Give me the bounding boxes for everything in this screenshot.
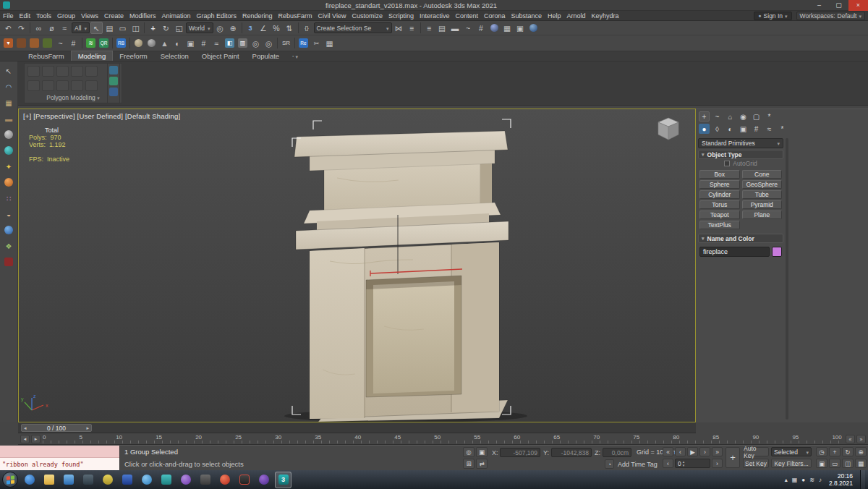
menu-views[interactable]: Views (78, 11, 101, 21)
create-tab-icon[interactable]: + (699, 111, 710, 122)
systems-category-icon[interactable]: * (777, 124, 788, 134)
caret-left-icon[interactable]: ◂ (24, 425, 27, 431)
ribbon-mini-icon[interactable] (109, 88, 118, 96)
add-time-tag[interactable]: Add Time Tag (618, 461, 658, 468)
navigation-cross-button[interactable]: + (726, 447, 740, 468)
menu-tools[interactable]: Tools (33, 11, 54, 21)
menu-rendering[interactable]: Rendering (239, 11, 276, 21)
ribbon-tab-rebusfarm[interactable]: RebusFarm (22, 51, 71, 61)
x-coordinate-field[interactable]: -507,109 (500, 448, 540, 457)
box-button[interactable]: Box (699, 170, 740, 179)
select-and-scale-icon[interactable]: ◱ (173, 22, 185, 34)
object-type-rollout[interactable]: Object Type (698, 150, 783, 159)
absolute-mode-icon[interactable]: ⊞ (463, 459, 475, 469)
grid-icon[interactable]: ▦ (323, 37, 336, 49)
next-frame-icon[interactable]: › (699, 447, 710, 456)
select-and-rotate-icon[interactable]: ↻ (160, 22, 172, 34)
zoom-view-icon[interactable]: ⊕ (855, 447, 867, 456)
menu-create[interactable]: Create (101, 11, 127, 21)
ribbon-tool-button[interactable] (56, 66, 69, 77)
taskbar-app-icon-9[interactable] (177, 472, 194, 488)
ribbon-tool-button[interactable] (85, 80, 98, 91)
menu-corona[interactable]: Corona (481, 11, 509, 21)
toolbar2-icon-4[interactable] (41, 37, 54, 49)
taskbar-clock[interactable]: 20:16 2.8.2021 (826, 472, 856, 487)
left-toolbar-icon-6[interactable] (2, 144, 15, 157)
ribbon-mini-icon[interactable] (109, 66, 118, 75)
textplus-button[interactable]: TextPlus (699, 221, 740, 229)
left-toolbar-icon-7[interactable]: ✦ (2, 160, 15, 173)
material-editor-icon[interactable] (488, 22, 501, 34)
offset-mode-icon[interactable]: ⇄ (476, 459, 488, 469)
selection-filter-dropdown[interactable]: All (72, 22, 90, 33)
teapot-button[interactable]: Teapot (699, 211, 740, 219)
angle-snap-icon[interactable]: ∠ (258, 22, 270, 34)
menu-file[interactable]: File (0, 11, 17, 21)
mirror-icon[interactable]: ⋈ (393, 22, 405, 34)
ribbon-config-icon[interactable]: ◦ (286, 51, 305, 61)
current-frame-field[interactable]: 0 ▴▾ (675, 459, 710, 468)
sphere-icon[interactable] (145, 37, 158, 49)
maxscript-mini-listener[interactable]: "ribbon already found" (0, 446, 120, 471)
listener-line[interactable]: "ribbon already found" (0, 458, 119, 470)
ribbon-tab-selection[interactable]: Selection (154, 51, 195, 61)
ribbon-tool-button[interactable] (42, 66, 54, 77)
primitives-dropdown[interactable]: Standard Primitives (698, 138, 783, 148)
selection-lock-icon[interactable]: ▣ (476, 447, 488, 457)
camera-icon[interactable]: ▣ (184, 37, 197, 49)
left-toolbar-icon-11[interactable] (2, 224, 15, 237)
geometry-category-icon[interactable]: ● (699, 124, 710, 134)
z-coordinate-field[interactable]: 0,0cm (603, 448, 631, 457)
pyramid-button[interactable]: Pyramid (742, 200, 783, 209)
menu-arnold[interactable]: Arnold (564, 11, 589, 21)
geosphere-button[interactable]: GeoSphere (742, 180, 783, 189)
taskbar-app-icon-4[interactable] (80, 472, 96, 488)
menu-modifiers[interactable]: Modifiers (127, 11, 159, 21)
spacewarp-icon[interactable]: ≈ (210, 37, 223, 49)
go-to-start-icon[interactable]: « (663, 447, 673, 456)
select-object-icon[interactable]: ↖ (90, 22, 103, 34)
toolbar2-icon-2[interactable] (15, 37, 27, 49)
menu-graph-editors[interactable]: Graph Editors (193, 11, 239, 21)
ribbon-tab-modeling[interactable]: Modeling (71, 51, 114, 61)
sr-icon[interactable]: SR (280, 37, 292, 49)
window-crossing-icon[interactable]: ◫ (129, 22, 142, 34)
named-selection-dropdown[interactable]: Create Selection Se (314, 22, 392, 33)
spacewarps-category-icon[interactable]: ≈ (764, 124, 775, 134)
workspaces-dropdown[interactable]: Workspaces: Default (796, 12, 865, 20)
timeline-ruler[interactable]: ◂ ▸ 051015202530354045505560657075808590… (18, 433, 868, 445)
taskbar-app-icon-12[interactable] (236, 472, 252, 488)
macro-recorder-line[interactable] (0, 446, 119, 458)
set-key-button[interactable]: Set Key (743, 459, 769, 468)
orbit-view-icon[interactable]: ↻ (842, 447, 854, 456)
menu-keyhydra[interactable]: Keyhydra (589, 11, 622, 21)
isolate-selection-icon[interactable]: ◎ (463, 447, 475, 457)
lights-category-icon[interactable]: ◐ (725, 124, 736, 134)
ribbon-tool-button[interactable] (27, 80, 40, 91)
selection-region-icon[interactable]: ▭ (116, 22, 129, 34)
taskbar-3dsmax-icon[interactable]: 3 (275, 472, 292, 488)
time-configuration-icon[interactable]: ◷ (816, 447, 827, 456)
previous-key-icon[interactable]: ‹ (663, 459, 673, 468)
render-production-icon[interactable] (527, 22, 540, 34)
timeline-left-button-2[interactable]: ▸ (31, 435, 41, 443)
ribbon-tool-button[interactable] (85, 66, 98, 77)
menu-content[interactable]: Content (452, 11, 481, 21)
cone-icon[interactable]: ▲ (158, 37, 171, 49)
key-filters-button[interactable]: Key Filters... (771, 459, 812, 468)
key-mode-dropdown[interactable]: Selected (771, 447, 812, 456)
light-icon[interactable]: ◐ (171, 37, 184, 49)
spinner-snap-icon[interactable]: ⇅ (284, 22, 296, 34)
command-panel-scrollbar[interactable] (786, 138, 788, 420)
select-and-move-icon[interactable]: + (147, 22, 159, 34)
network-icon[interactable]: ≋ (809, 477, 814, 483)
toolbar2-icon-8[interactable]: ▥ (237, 37, 249, 49)
unlink-selection-icon[interactable]: ø (46, 22, 58, 34)
zoom-region-icon[interactable]: ▭ (829, 459, 841, 468)
taskbar-app-icon-1[interactable] (21, 472, 38, 488)
track-bar[interactable]: ◂ 0 / 100 ▸ (18, 422, 696, 433)
zoom-extents-icon[interactable]: ▣ (816, 459, 827, 468)
render-setup-icon[interactable]: ▦ (501, 22, 514, 34)
edit-named-selections-icon[interactable]: {} (301, 22, 313, 34)
menu-rebusfarm[interactable]: RebusFarm (276, 11, 315, 21)
